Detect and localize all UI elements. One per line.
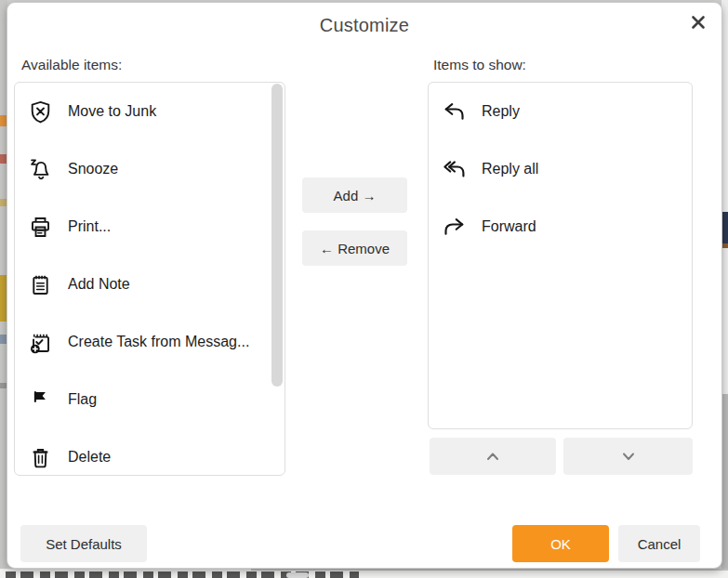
shield-x-icon [28, 99, 53, 125]
list-item-label: Reply all [482, 161, 538, 177]
items-to-show-list: Reply Reply all Forward [428, 82, 693, 429]
list-item-move-to-junk[interactable]: Move to Junk [15, 83, 285, 140]
list-item-delete[interactable]: Delete [15, 428, 285, 476]
forward-icon [442, 215, 467, 240]
available-items-label: Available items: [21, 57, 122, 73]
list-item-label: Reply [482, 103, 520, 120]
list-item-label: Delete [68, 449, 111, 466]
cancel-button[interactable]: Cancel [618, 525, 700, 562]
background-chip [286, 572, 309, 578]
list-item-label: Flag [68, 391, 97, 408]
list-item-label: Move to Junk [68, 103, 156, 120]
set-defaults-button[interactable]: Set Defaults [20, 525, 147, 562]
items-to-show-label: Items to show: [433, 57, 526, 73]
close-button[interactable] [686, 10, 710, 34]
background-right-sliver [721, 0, 728, 578]
customize-dialog: Customize Available items: Move to Junk [7, 2, 722, 569]
printer-icon [28, 215, 53, 240]
reply-icon [442, 99, 467, 125]
dialog-title: Customize [7, 15, 721, 36]
available-items-list: Move to Junk Snooze Print [14, 82, 285, 476]
remove-button[interactable]: ← Remove [302, 230, 407, 266]
chevron-up-icon [483, 447, 502, 466]
chevron-down-icon [619, 447, 638, 466]
list-item-label: Snooze [68, 161, 118, 177]
reply-all-icon [442, 157, 467, 182]
snooze-bell-icon [28, 157, 53, 182]
ok-button[interactable]: OK [512, 525, 609, 562]
scrollbar-thumb[interactable] [271, 84, 283, 387]
move-down-button[interactable] [563, 438, 693, 475]
list-item-print[interactable]: Print... [15, 198, 285, 256]
list-item-snooze[interactable]: Snooze [15, 140, 285, 198]
list-item-reply[interactable]: Reply [429, 83, 692, 140]
list-item-flag[interactable]: Flag [15, 371, 285, 428]
list-item-reply-all[interactable]: Reply all [429, 140, 692, 198]
list-item-add-note[interactable]: Add Note [15, 256, 285, 313]
list-item-label: Forward [482, 218, 536, 235]
move-up-button[interactable] [430, 438, 556, 475]
list-item-forward[interactable]: Forward [429, 198, 692, 256]
list-item-label: Add Note [68, 276, 130, 293]
note-icon [28, 272, 53, 297]
list-item-create-task[interactable]: Create Task from Messag... [15, 313, 285, 371]
list-item-label: Print... [68, 218, 111, 235]
add-button[interactable]: Add → [302, 177, 407, 213]
list-item-label: Create Task from Messag... [68, 334, 249, 350]
background-bottom-sliver [0, 569, 728, 578]
flag-icon [28, 388, 53, 413]
create-task-icon [28, 330, 53, 355]
trash-icon [28, 445, 53, 470]
close-icon [690, 14, 707, 31]
